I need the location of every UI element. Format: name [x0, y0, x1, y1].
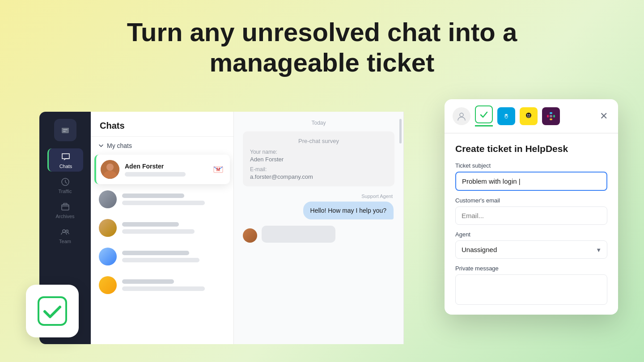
- survey-name-label: Your name:: [250, 149, 387, 155]
- avatar-placeholder-4: [99, 248, 117, 265]
- agent-select-wrapper: Unassigned Agent 1 Agent 2 ▼: [455, 240, 607, 259]
- sidebar-item-team[interactable]: Team: [47, 223, 83, 247]
- chat-item-aden[interactable]: Aden Forster M: [94, 155, 230, 184]
- sidebar-item-chats-label: Chats: [59, 164, 72, 169]
- svg-rect-13: [37, 295, 68, 327]
- svg-point-21: [527, 114, 528, 115]
- svg-text:M: M: [216, 167, 220, 172]
- chat-item-info: Aden Forster: [125, 163, 206, 177]
- svg-point-6: [63, 230, 65, 232]
- ticket-panel-title: Create ticket in HelpDesk: [455, 143, 607, 154]
- ticket-panel-tabs: SF ✕: [445, 99, 618, 134]
- tab-salesforce[interactable]: SF: [497, 107, 515, 125]
- avatar: [101, 160, 119, 179]
- svg-point-15: [460, 113, 463, 117]
- sidebar-item-traffic[interactable]: Traffic: [47, 173, 83, 197]
- customer-email-field: Customer's email: [455, 197, 607, 225]
- agent-field: Agent Unassigned Agent 1 Agent 2 ▼: [455, 231, 607, 259]
- svg-point-27: [550, 115, 552, 118]
- avatar-placeholder-5: [99, 276, 117, 294]
- agent-label: Agent: [455, 231, 607, 238]
- livechat-logo-icon: [59, 124, 71, 136]
- ticket-panel-content: Create ticket in HelpDesk Ticket subject…: [445, 134, 618, 315]
- user-avatar-icon: [101, 160, 119, 179]
- helpdesk-logo-widget: [26, 285, 79, 337]
- svg-rect-5: [64, 203, 67, 205]
- person-icon: [457, 111, 466, 121]
- sidebar-logo: [54, 119, 76, 141]
- chat-info-placeholder-5: [122, 279, 225, 291]
- chat-view-panel: Today Pre-chat survey Your name: Aden Fo…: [234, 112, 404, 344]
- tab-person[interactable]: [453, 107, 470, 125]
- chat-item-4[interactable]: [94, 243, 230, 270]
- tab-helpdesk[interactable]: [475, 105, 493, 126]
- create-ticket-panel: SF ✕: [445, 99, 618, 315]
- svg-rect-4: [62, 205, 69, 210]
- hero-title: Turn any unresolved chat into a manageab…: [121, 17, 523, 78]
- ticket-subject-field: Ticket subject: [455, 162, 607, 191]
- svg-text:SF: SF: [504, 114, 509, 119]
- user-bubble-placeholder: [262, 226, 335, 243]
- chat-item-3[interactable]: [94, 215, 230, 241]
- user-avatar-small: [243, 228, 257, 243]
- chat-item-5[interactable]: [94, 272, 230, 299]
- chevron-down-icon: [98, 143, 104, 149]
- chat-info-placeholder-3: [122, 222, 225, 234]
- survey-title: Pre-chat survey: [250, 138, 387, 144]
- team-icon: [60, 227, 70, 237]
- survey-email-label: E-mail:: [250, 166, 387, 173]
- chat-date: Today: [234, 112, 403, 131]
- chat-item-preview: [125, 172, 186, 177]
- close-button[interactable]: ✕: [597, 110, 610, 122]
- customer-email-input[interactable]: [455, 206, 607, 225]
- private-message-field: Private message: [455, 265, 607, 307]
- support-agent-label: Support Agent: [234, 194, 403, 202]
- avatar-placeholder-2: [99, 190, 117, 208]
- tab-mailchimp[interactable]: [520, 107, 538, 125]
- ticket-subject-input[interactable]: [455, 172, 607, 191]
- chat-item-2[interactable]: [94, 186, 230, 213]
- agent-select[interactable]: Unassigned Agent 1 Agent 2: [455, 240, 607, 259]
- scrollbar[interactable]: [399, 119, 402, 143]
- chat-list-panel: Chats My chats Aden Forster: [91, 112, 234, 344]
- svg-rect-1: [63, 129, 68, 130]
- chat-info-placeholder-2: [122, 194, 225, 205]
- svg-point-7: [66, 230, 68, 232]
- chat-icon: [61, 152, 71, 162]
- sidebar-item-archives[interactable]: Archives: [47, 198, 83, 222]
- customer-email-label: Customer's email: [455, 197, 607, 204]
- main-ui-area: Chats Traffic Archives: [39, 112, 404, 344]
- chat-bubble: Hello! How may I help you?: [303, 202, 394, 219]
- helpdesk-checkmark-icon: [37, 295, 68, 327]
- ticket-subject-label: Ticket subject: [455, 162, 607, 169]
- slack-icon: [546, 111, 556, 121]
- svg-rect-2: [63, 131, 66, 132]
- pre-chat-survey: Pre-chat survey Your name: Aden Forster …: [243, 131, 394, 186]
- sidebar-item-chats[interactable]: Chats: [47, 148, 83, 172]
- sidebar-item-team-label: Team: [59, 239, 71, 244]
- chat-item-name: Aden Forster: [125, 163, 206, 170]
- svg-point-22: [529, 114, 530, 115]
- helpdesk-check-icon: [479, 109, 489, 120]
- my-chats-section[interactable]: My chats: [91, 137, 233, 153]
- survey-name-value: Aden Forster: [250, 156, 387, 163]
- svg-rect-23: [547, 115, 549, 118]
- avatar-placeholder-3: [99, 219, 117, 237]
- private-message-label: Private message: [455, 265, 607, 272]
- private-message-textarea[interactable]: [455, 274, 607, 305]
- chat-info-placeholder-4: [122, 251, 225, 262]
- chat-list-header: Chats: [91, 112, 233, 137]
- svg-point-9: [106, 164, 114, 171]
- salesforce-icon: SF: [501, 111, 512, 122]
- traffic-icon: [60, 177, 70, 187]
- svg-rect-24: [550, 112, 552, 114]
- tab-slack[interactable]: [542, 107, 560, 125]
- archives-icon: [60, 202, 70, 212]
- svg-rect-26: [550, 118, 552, 120]
- mailchimp-icon: [523, 111, 534, 122]
- survey-email-value: a.forster@company.com: [250, 173, 387, 180]
- sidebar-item-traffic-label: Traffic: [59, 189, 72, 194]
- sidebar-item-archives-label: Archives: [55, 214, 74, 219]
- gmail-icon: M: [211, 162, 225, 177]
- user-response-area: [234, 226, 403, 243]
